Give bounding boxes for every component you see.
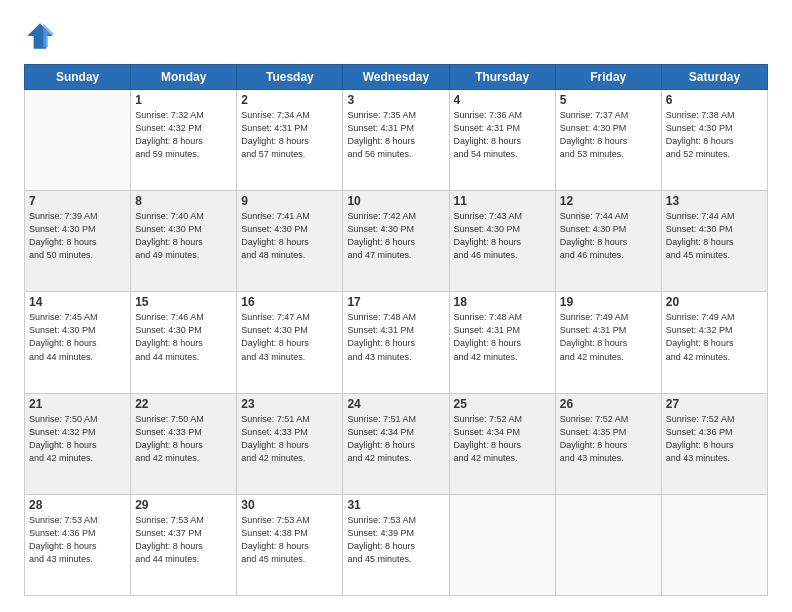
calendar-cell [25,90,131,191]
calendar-header-row: SundayMondayTuesdayWednesdayThursdayFrid… [25,65,768,90]
day-number: 6 [666,93,763,107]
cell-info: Sunrise: 7:34 AM Sunset: 4:31 PM Dayligh… [241,109,338,161]
cell-info: Sunrise: 7:53 AM Sunset: 4:36 PM Dayligh… [29,514,126,566]
calendar-week-row: 14Sunrise: 7:45 AM Sunset: 4:30 PM Dayli… [25,292,768,393]
calendar-cell: 29Sunrise: 7:53 AM Sunset: 4:37 PM Dayli… [131,494,237,595]
day-number: 13 [666,194,763,208]
calendar-table: SundayMondayTuesdayWednesdayThursdayFrid… [24,64,768,596]
calendar-header-wednesday: Wednesday [343,65,449,90]
calendar-cell [449,494,555,595]
day-number: 14 [29,295,126,309]
day-number: 26 [560,397,657,411]
calendar-cell: 22Sunrise: 7:50 AM Sunset: 4:33 PM Dayli… [131,393,237,494]
cell-info: Sunrise: 7:53 AM Sunset: 4:39 PM Dayligh… [347,514,444,566]
cell-info: Sunrise: 7:41 AM Sunset: 4:30 PM Dayligh… [241,210,338,262]
calendar-header-friday: Friday [555,65,661,90]
cell-info: Sunrise: 7:52 AM Sunset: 4:34 PM Dayligh… [454,413,551,465]
calendar-cell: 15Sunrise: 7:46 AM Sunset: 4:30 PM Dayli… [131,292,237,393]
day-number: 29 [135,498,232,512]
calendar-cell: 13Sunrise: 7:44 AM Sunset: 4:30 PM Dayli… [661,191,767,292]
day-number: 9 [241,194,338,208]
day-number: 17 [347,295,444,309]
cell-info: Sunrise: 7:52 AM Sunset: 4:35 PM Dayligh… [560,413,657,465]
day-number: 18 [454,295,551,309]
cell-info: Sunrise: 7:48 AM Sunset: 4:31 PM Dayligh… [454,311,551,363]
calendar-cell: 1Sunrise: 7:32 AM Sunset: 4:32 PM Daylig… [131,90,237,191]
day-number: 7 [29,194,126,208]
calendar-cell: 26Sunrise: 7:52 AM Sunset: 4:35 PM Dayli… [555,393,661,494]
logo-icon [24,20,56,52]
calendar-cell: 9Sunrise: 7:41 AM Sunset: 4:30 PM Daylig… [237,191,343,292]
cell-info: Sunrise: 7:40 AM Sunset: 4:30 PM Dayligh… [135,210,232,262]
cell-info: Sunrise: 7:47 AM Sunset: 4:30 PM Dayligh… [241,311,338,363]
calendar-cell: 20Sunrise: 7:49 AM Sunset: 4:32 PM Dayli… [661,292,767,393]
calendar-week-row: 21Sunrise: 7:50 AM Sunset: 4:32 PM Dayli… [25,393,768,494]
calendar-cell: 25Sunrise: 7:52 AM Sunset: 4:34 PM Dayli… [449,393,555,494]
day-number: 21 [29,397,126,411]
calendar-cell: 4Sunrise: 7:36 AM Sunset: 4:31 PM Daylig… [449,90,555,191]
calendar-header-saturday: Saturday [661,65,767,90]
cell-info: Sunrise: 7:46 AM Sunset: 4:30 PM Dayligh… [135,311,232,363]
day-number: 8 [135,194,232,208]
calendar-cell: 11Sunrise: 7:43 AM Sunset: 4:30 PM Dayli… [449,191,555,292]
cell-info: Sunrise: 7:45 AM Sunset: 4:30 PM Dayligh… [29,311,126,363]
calendar-header-thursday: Thursday [449,65,555,90]
day-number: 23 [241,397,338,411]
calendar-cell: 18Sunrise: 7:48 AM Sunset: 4:31 PM Dayli… [449,292,555,393]
cell-info: Sunrise: 7:53 AM Sunset: 4:38 PM Dayligh… [241,514,338,566]
calendar-cell: 24Sunrise: 7:51 AM Sunset: 4:34 PM Dayli… [343,393,449,494]
cell-info: Sunrise: 7:50 AM Sunset: 4:32 PM Dayligh… [29,413,126,465]
day-number: 28 [29,498,126,512]
calendar-cell: 31Sunrise: 7:53 AM Sunset: 4:39 PM Dayli… [343,494,449,595]
calendar-cell: 21Sunrise: 7:50 AM Sunset: 4:32 PM Dayli… [25,393,131,494]
calendar-cell: 6Sunrise: 7:38 AM Sunset: 4:30 PM Daylig… [661,90,767,191]
cell-info: Sunrise: 7:51 AM Sunset: 4:34 PM Dayligh… [347,413,444,465]
calendar-cell: 3Sunrise: 7:35 AM Sunset: 4:31 PM Daylig… [343,90,449,191]
header [24,20,768,52]
calendar-cell: 19Sunrise: 7:49 AM Sunset: 4:31 PM Dayli… [555,292,661,393]
cell-info: Sunrise: 7:38 AM Sunset: 4:30 PM Dayligh… [666,109,763,161]
calendar-week-row: 28Sunrise: 7:53 AM Sunset: 4:36 PM Dayli… [25,494,768,595]
cell-info: Sunrise: 7:35 AM Sunset: 4:31 PM Dayligh… [347,109,444,161]
day-number: 1 [135,93,232,107]
day-number: 10 [347,194,444,208]
calendar-week-row: 7Sunrise: 7:39 AM Sunset: 4:30 PM Daylig… [25,191,768,292]
day-number: 25 [454,397,551,411]
day-number: 12 [560,194,657,208]
cell-info: Sunrise: 7:36 AM Sunset: 4:31 PM Dayligh… [454,109,551,161]
calendar-cell: 12Sunrise: 7:44 AM Sunset: 4:30 PM Dayli… [555,191,661,292]
cell-info: Sunrise: 7:49 AM Sunset: 4:32 PM Dayligh… [666,311,763,363]
page: SundayMondayTuesdayWednesdayThursdayFrid… [0,0,792,612]
cell-info: Sunrise: 7:52 AM Sunset: 4:36 PM Dayligh… [666,413,763,465]
day-number: 27 [666,397,763,411]
day-number: 15 [135,295,232,309]
calendar-cell: 7Sunrise: 7:39 AM Sunset: 4:30 PM Daylig… [25,191,131,292]
day-number: 4 [454,93,551,107]
cell-info: Sunrise: 7:49 AM Sunset: 4:31 PM Dayligh… [560,311,657,363]
calendar-cell: 10Sunrise: 7:42 AM Sunset: 4:30 PM Dayli… [343,191,449,292]
cell-info: Sunrise: 7:50 AM Sunset: 4:33 PM Dayligh… [135,413,232,465]
calendar-header-tuesday: Tuesday [237,65,343,90]
day-number: 5 [560,93,657,107]
cell-info: Sunrise: 7:43 AM Sunset: 4:30 PM Dayligh… [454,210,551,262]
day-number: 30 [241,498,338,512]
calendar-cell: 8Sunrise: 7:40 AM Sunset: 4:30 PM Daylig… [131,191,237,292]
day-number: 19 [560,295,657,309]
calendar-cell: 2Sunrise: 7:34 AM Sunset: 4:31 PM Daylig… [237,90,343,191]
calendar-cell [661,494,767,595]
calendar-cell: 17Sunrise: 7:48 AM Sunset: 4:31 PM Dayli… [343,292,449,393]
cell-info: Sunrise: 7:37 AM Sunset: 4:30 PM Dayligh… [560,109,657,161]
day-number: 31 [347,498,444,512]
cell-info: Sunrise: 7:53 AM Sunset: 4:37 PM Dayligh… [135,514,232,566]
calendar-cell: 30Sunrise: 7:53 AM Sunset: 4:38 PM Dayli… [237,494,343,595]
svg-marker-0 [27,23,53,49]
calendar-cell: 27Sunrise: 7:52 AM Sunset: 4:36 PM Dayli… [661,393,767,494]
logo [24,20,60,52]
cell-info: Sunrise: 7:39 AM Sunset: 4:30 PM Dayligh… [29,210,126,262]
cell-info: Sunrise: 7:32 AM Sunset: 4:32 PM Dayligh… [135,109,232,161]
day-number: 20 [666,295,763,309]
day-number: 24 [347,397,444,411]
day-number: 16 [241,295,338,309]
calendar-cell: 16Sunrise: 7:47 AM Sunset: 4:30 PM Dayli… [237,292,343,393]
cell-info: Sunrise: 7:44 AM Sunset: 4:30 PM Dayligh… [560,210,657,262]
